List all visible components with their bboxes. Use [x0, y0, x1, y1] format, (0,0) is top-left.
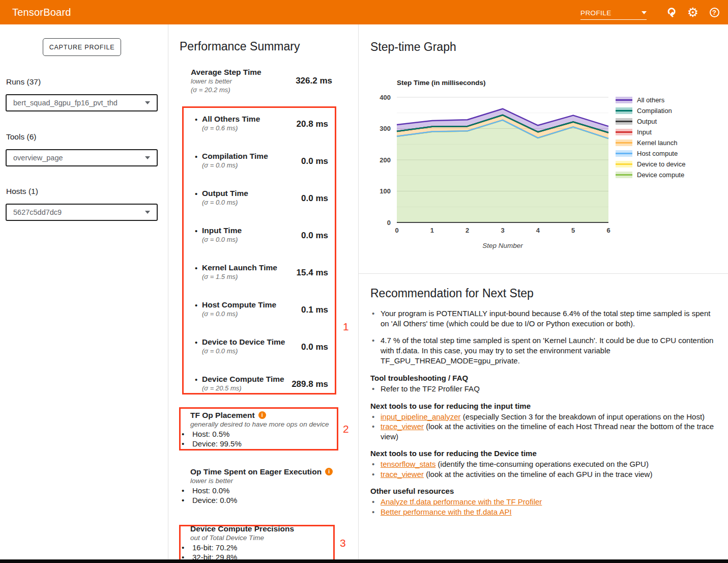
settings-gear-icon[interactable]: ⚙ — [686, 6, 700, 19]
svg-text:1: 1 — [430, 227, 434, 234]
legend-item: Host compute — [616, 150, 685, 157]
dashboard-select[interactable]: PROFILE — [580, 9, 647, 20]
svg-text:100: 100 — [380, 187, 391, 195]
metric-value: 0.0 ms — [301, 156, 328, 166]
metric-row-output: • Output Time (σ = 0.0 ms) 0.0 ms — [180, 189, 328, 207]
legend-swatch-icon — [616, 150, 632, 157]
legend-item: Input — [616, 129, 685, 135]
legend-label: Host compute — [637, 150, 678, 157]
step-time-graph-title: Step-time Graph — [370, 40, 456, 54]
list-item: Device: 0.0% — [180, 496, 338, 505]
hosts-select[interactable]: 5627c5dd7dc9 — [6, 204, 158, 221]
svg-text:6: 6 — [606, 227, 610, 234]
device-tools-heading: Next tools to use for reducing the Devic… — [370, 449, 715, 458]
svg-text:5: 5 — [571, 227, 575, 234]
svg-text:2: 2 — [465, 227, 469, 234]
trace-viewer-link[interactable]: trace_viewer — [381, 470, 424, 478]
legend-label: All others — [637, 96, 664, 104]
block-subtitle: out of Total Device Time — [190, 533, 338, 543]
capture-profile-button[interactable]: CAPTURE PROFILE — [43, 38, 121, 56]
metric-row-device-compute: • Device Compute Time (σ = 20.5 ms) 289.… — [180, 375, 328, 392]
metric-value: 326.2 ms — [296, 76, 332, 86]
faq-bullet: Refer to the TF2 Profiler FAQ — [370, 384, 715, 394]
metric-value: 0.1 ms — [301, 305, 328, 315]
chevron-down-icon — [642, 11, 647, 14]
tensorboard-app: TensorBoard PROFILE ⟳ ⚙ ? CAPTURE PROFIL… — [0, 0, 728, 563]
list-item: Host: 0.5% — [180, 430, 338, 439]
legend-label: Device compute — [637, 171, 684, 179]
info-icon[interactable]: i — [325, 468, 333, 475]
help-icon[interactable]: ? — [708, 6, 721, 19]
chevron-down-icon — [145, 211, 150, 214]
window-bottom-edge — [0, 559, 728, 563]
input-pipeline-analyzer-link[interactable]: input_pipeline_analyzer — [381, 412, 461, 421]
app-bar: TensorBoard PROFILE ⟳ ⚙ ? — [0, 0, 728, 24]
legend-label: Compilation — [637, 107, 672, 115]
list-item: Host: 0.0% — [180, 486, 338, 496]
legend-item: All others — [616, 97, 685, 103]
legend-swatch-icon — [616, 139, 632, 146]
legend-label: Output — [637, 118, 657, 125]
legend-label: Kernel launch — [637, 139, 678, 147]
performance-summary-title: Performance Summary — [180, 40, 300, 53]
list-item: Device: 99.5% — [180, 439, 338, 449]
better-performance-link[interactable]: Better performance with the tf.data API — [381, 508, 512, 516]
input-tools-heading: Next tools to use for reducing the input… — [370, 402, 715, 410]
recommendation-bullet: 4.7 % of the total step time sampled is … — [370, 335, 715, 366]
svg-text:Step Number: Step Number — [482, 242, 523, 249]
svg-text:300: 300 — [380, 125, 391, 132]
legend-swatch-icon — [616, 107, 632, 114]
svg-text:0: 0 — [395, 227, 398, 234]
metric-row-host-compute: • Host Compute Time (σ = 0.0 ms) 0.1 ms — [180, 300, 328, 318]
svg-text:0: 0 — [387, 219, 391, 227]
hosts-label: Hosts (1) — [6, 187, 38, 196]
block-subtitle: generally desired to have more ops on de… — [190, 420, 338, 429]
tool-bullet: input_pipeline_analyzer (especially Sect… — [370, 412, 715, 422]
app-title: TensorBoard — [12, 7, 71, 18]
runs-select[interactable]: bert_squad_8gpu_fp16_pvt_thd — [6, 94, 158, 111]
legend-swatch-icon — [616, 172, 632, 178]
device-precisions-block: Device Compute Precisions out of Total D… — [180, 524, 338, 562]
tool-bullet: trace_viewer (look at the activities on … — [370, 421, 715, 441]
hosts-select-value: 5627c5dd7dc9 — [13, 208, 145, 216]
refresh-icon[interactable]: ⟳ — [665, 6, 678, 19]
legend-item: Device to device — [616, 161, 685, 167]
legend-swatch-icon — [616, 118, 632, 125]
legend-swatch-icon — [616, 161, 632, 167]
chevron-down-icon — [145, 101, 150, 104]
svg-text:3: 3 — [501, 227, 504, 234]
list-item: 16-bit: 70.2% — [180, 543, 338, 553]
runs-select-value: bert_squad_8gpu_fp16_pvt_thd — [13, 99, 145, 107]
app-bar-actions: PROFILE ⟳ ⚙ ? — [580, 0, 721, 24]
tf-op-placement-block: TF Op Placementi generally desired to ha… — [180, 410, 338, 448]
tools-label: Tools (6) — [6, 132, 36, 142]
tensorflow-stats-link[interactable]: tensorflow_stats — [381, 460, 435, 468]
recommendation-section: Recommendation for Next Step Your progra… — [359, 273, 728, 517]
tools-select[interactable]: overview_page — [6, 149, 158, 166]
metric-sigma: (σ = 20.2 ms) — [191, 86, 332, 94]
analyze-tfdata-link[interactable]: Analyze tf.data performance with the TF … — [381, 497, 542, 506]
legend-item: Compilation — [616, 107, 685, 114]
metric-value: 0.0 ms — [301, 231, 328, 241]
info-icon[interactable]: i — [258, 411, 266, 419]
dashboard-select-value: PROFILE — [580, 9, 611, 17]
eager-execution-block: Op Time Spent on Eager Executioni lower … — [180, 467, 338, 505]
chart-legend: All othersCompilationOutputInputKernel l… — [616, 97, 685, 182]
average-step-time-row: Average Step Time lower is better (σ = 2… — [191, 68, 332, 94]
trace-viewer-link[interactable]: trace_viewer — [381, 422, 424, 431]
legend-label: Device to device — [637, 160, 685, 168]
metric-row-input: • Input Time (σ = 0.0 ms) 0.0 ms — [180, 226, 328, 244]
faq-heading: Tool troubleshooting / FAQ — [370, 374, 715, 382]
recommendation-bullet: Your program is POTENTIALLY input-bound … — [370, 308, 715, 329]
resource-bullet: Better performance with the tf.data API — [370, 507, 715, 517]
annotation-label-2: 2 — [343, 423, 349, 435]
tools-select-value: overview_page — [13, 154, 145, 162]
legend-swatch-icon — [616, 97, 632, 103]
metric-value: 289.8 ms — [292, 379, 328, 389]
tool-bullet: trace_viewer (look at the activities on … — [370, 469, 715, 480]
legend-item: Output — [616, 118, 685, 125]
metric-value: 20.8 ms — [297, 119, 328, 129]
legend-label: Input — [637, 128, 652, 136]
legend-item: Kernel launch — [616, 139, 685, 146]
recommendation-title: Recommendation for Next Step — [370, 287, 715, 300]
